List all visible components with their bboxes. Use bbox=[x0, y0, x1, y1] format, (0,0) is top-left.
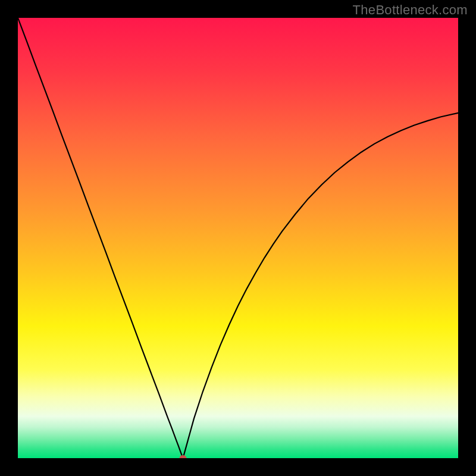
gradient-background bbox=[18, 18, 458, 458]
chart-container: TheBottleneck.com bbox=[0, 0, 476, 476]
curve-chart-svg bbox=[18, 18, 458, 458]
plot-area bbox=[18, 18, 458, 458]
watermark-text: TheBottleneck.com bbox=[353, 2, 468, 18]
